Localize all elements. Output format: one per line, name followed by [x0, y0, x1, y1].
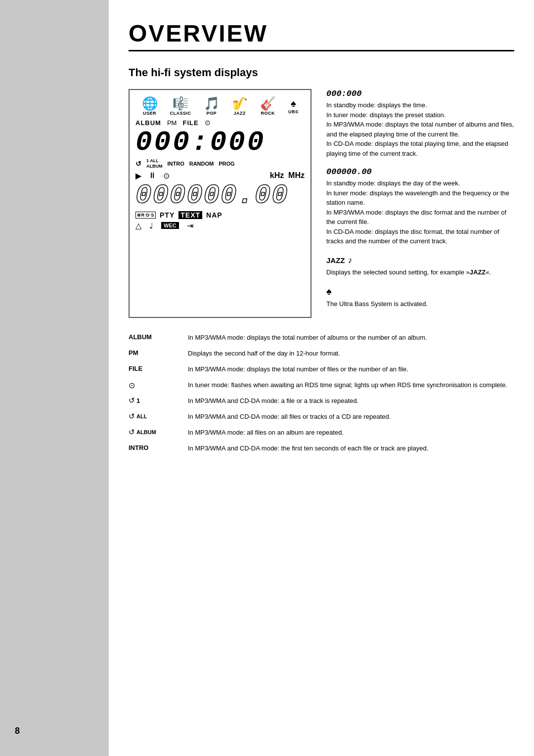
- entry-key-repeat-all: ↺ ALL: [129, 412, 188, 421]
- jazz-icon-item: 🎷 JAZZ: [232, 97, 248, 116]
- rock-icon: 🎸: [260, 97, 276, 110]
- entry-pm: PM Displays the second half of the day i…: [129, 349, 514, 358]
- entries-table: ALBUM In MP3/WMA mode: displays the tota…: [129, 333, 514, 454]
- entry-value-repeat-1: In MP3/WMA and CD-DA mode: a file or a t…: [188, 396, 514, 406]
- mode-row: ↺ 1 ALL ALBUM INTRO RANDOM PROG: [135, 158, 305, 169]
- entry-key-album: ALBUM: [129, 333, 188, 341]
- classic-label: CLASSIC: [170, 111, 191, 116]
- alarm-icon: △: [135, 221, 141, 230]
- bottom-icons-row: △ ♩ WEC ⇥: [135, 221, 305, 230]
- intro-label: INTRO: [168, 161, 184, 167]
- jazz-icon: 🎷: [232, 97, 248, 110]
- desc-entry-3: JAZZ ♪ Displays the selected sound setti…: [326, 255, 514, 277]
- desc-entry-4: ♠ The Ultra Bass System is activated.: [326, 286, 514, 309]
- entry-album: ALBUM In MP3/WMA mode: displays the tota…: [129, 333, 514, 343]
- random-label: RANDOM: [189, 161, 214, 167]
- repeat-album-label: ALBUM: [136, 429, 156, 435]
- big-display-top: 000:000: [135, 129, 305, 156]
- sleep-icon: ⇥: [187, 221, 193, 230]
- entry-repeat-1: ↺ 1 In MP3/WMA and CD-DA mode: a file or…: [129, 396, 514, 406]
- freq-labels: kHz MHz: [270, 171, 305, 180]
- repeat-all-icon: ↺: [129, 412, 135, 421]
- pop-icon: 🎵: [204, 97, 220, 110]
- entry-file: FILE In MP3/WMA mode: displays the total…: [129, 364, 514, 374]
- display-panel: 🌐 USER 🎼 CLASSIC 🎵 POP 🎷 JAZZ 🎸 R: [129, 89, 312, 318]
- repeat-1-label: 1: [136, 397, 140, 404]
- pause-icon: ⏸: [148, 171, 156, 180]
- playback-row: ▶ ⏸ ⊙ kHz MHz: [135, 171, 305, 180]
- entry-value-album: In MP3/WMA mode: displays the total numb…: [188, 333, 514, 343]
- desc-text-2: In standby mode: displays the day of the…: [326, 179, 509, 245]
- clock-icon: ⊙: [205, 119, 211, 127]
- entry-value-intro: In MP3/WMA and CD-DA mode: the first ten…: [188, 444, 514, 453]
- two-column-layout: 🌐 USER 🎼 CLASSIC 🎵 POP 🎷 JAZZ 🎸 R: [129, 89, 514, 318]
- classic-icon: 🎼: [173, 97, 188, 110]
- pm-display-label: PM: [167, 119, 177, 127]
- album-pm-file-row: ALBUM PM FILE ⊙: [135, 119, 305, 127]
- pop-label: POP: [206, 111, 217, 116]
- big-display-bottom: 000000.00: [135, 182, 305, 209]
- sidebar: [0, 0, 109, 756]
- main-content: OVERVIEW The hi-fi system displays 🌐 USE…: [109, 0, 534, 480]
- repeat-track-icon: ⊙: [163, 171, 170, 180]
- rock-icon-item: 🎸 ROCK: [260, 97, 276, 116]
- entry-value-file: In MP3/WMA mode: displays the total numb…: [188, 364, 514, 374]
- rds-logo: ⊕R·D·S: [135, 212, 156, 219]
- entry-repeat-all: ↺ ALL In MP3/WMA and CD-DA mode: all fil…: [129, 412, 514, 422]
- ubs-icon-item: ♠ UBS: [288, 98, 299, 114]
- entry-value-pm: Displays the second half of the day in 1…: [188, 349, 514, 358]
- file-display-label: FILE: [182, 119, 198, 127]
- classic-icon-item: 🎼 CLASSIC: [170, 97, 191, 116]
- repeat-icon: ↺: [135, 160, 141, 168]
- ubs-label: UBS: [288, 109, 299, 114]
- entry-clock: ⊙ In tuner mode: flashes when awaiting a…: [129, 380, 514, 390]
- desc-entry-2: 000000.00 In standby mode: displays the …: [326, 167, 514, 246]
- entry-key-pm: PM: [129, 349, 188, 356]
- ubs-spade-icon: ♠: [326, 286, 332, 297]
- text-label: TEXT: [178, 211, 202, 219]
- entry-intro: INTRO In MP3/WMA and CD-DA mode: the fir…: [129, 444, 514, 453]
- clock-sym: ⊙: [129, 381, 135, 390]
- repeat-album-icon: ↺: [129, 428, 135, 437]
- entry-value-repeat-album: In MP3/WMA mode: all files on an album a…: [188, 428, 514, 438]
- entry-value-clock: In tuner mode: flashes when awaiting an …: [188, 380, 514, 390]
- icons-row: 🌐 USER 🎼 CLASSIC 🎵 POP 🎷 JAZZ 🎸 R: [135, 97, 305, 116]
- pty-text-nap-row: ⊕R·D·S PTY TEXT NAP: [135, 211, 305, 219]
- desc-text-4: The Ultra Bass System is activated.: [326, 300, 428, 308]
- desc-entry-1: 000:000 In standby mode: displays the ti…: [326, 89, 514, 158]
- pty-label: PTY: [160, 211, 175, 219]
- repeat-1-icon: ↺: [129, 396, 135, 405]
- music-icon: ♩: [149, 221, 153, 230]
- repeat-all-label: ALL: [136, 413, 147, 419]
- jazz-note-icon: ♪: [348, 255, 353, 266]
- rock-label: ROCK: [261, 111, 275, 116]
- page-number: 8: [15, 726, 20, 736]
- jazz-eq-label: JAZZ: [326, 256, 345, 265]
- jazz-label: JAZZ: [234, 111, 246, 116]
- desc-code-1: 000:000: [326, 89, 514, 98]
- desc-text-3: Displays the selected sound setting, for…: [326, 268, 491, 276]
- user-icon-item: 🌐 USER: [142, 97, 158, 116]
- entry-value-repeat-all: In MP3/WMA and CD-DA mode: all files or …: [188, 412, 514, 422]
- entry-key-repeat-1: ↺ 1: [129, 396, 188, 405]
- pop-icon-item: 🎵 POP: [204, 97, 220, 116]
- desc-text-1: In standby mode: displays the time. In t…: [326, 101, 514, 157]
- desc-code-2: 000000.00: [326, 167, 514, 177]
- user-label: USER: [143, 111, 156, 116]
- entry-key-file: FILE: [129, 364, 188, 372]
- user-icon: 🌐: [142, 97, 158, 110]
- descriptions-column: 000:000 In standby mode: displays the ti…: [326, 89, 514, 318]
- entry-repeat-album: ↺ ALBUM In MP3/WMA mode: all files on an…: [129, 428, 514, 438]
- nap-label: NAP: [206, 211, 222, 219]
- mode-1-label: 1 ALL ALBUM: [146, 158, 163, 169]
- section-title: The hi-fi system displays: [129, 66, 514, 79]
- page-title: OVERVIEW: [129, 20, 514, 51]
- prog-label: PROG: [219, 161, 234, 167]
- wec-box: WEC: [161, 222, 179, 229]
- ubs-icon: ♠: [291, 98, 296, 108]
- album-display-label: ALBUM: [135, 119, 161, 127]
- entry-key-intro: INTRO: [129, 444, 188, 451]
- play-icon: ▶: [135, 171, 141, 180]
- entry-key-clock: ⊙: [129, 380, 188, 390]
- entry-key-repeat-album: ↺ ALBUM: [129, 428, 188, 437]
